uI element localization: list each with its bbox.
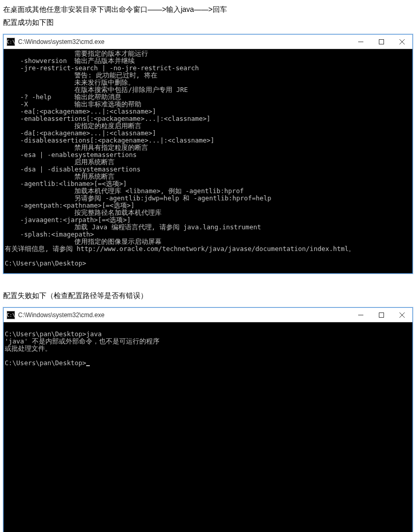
titlebar: C:\ C:\Windows\system32\cmd.exe xyxy=(4,35,412,49)
maximize-icon xyxy=(379,312,384,318)
cmd-window-success: C:\ C:\Windows\system32\cmd.exe 需要指定的版本才… xyxy=(3,34,413,274)
svg-rect-0 xyxy=(379,39,384,44)
window-controls xyxy=(350,308,412,322)
maximize-button[interactable] xyxy=(371,35,392,49)
cmd-icon: C:\ xyxy=(7,38,15,46)
close-icon xyxy=(399,312,405,318)
window-controls xyxy=(350,35,412,49)
maximize-button[interactable] xyxy=(371,308,392,322)
cmd-window-failure: C:\ C:\Windows\system32\cmd.exe C:\Users… xyxy=(3,307,413,532)
minimize-icon xyxy=(358,312,363,318)
close-button[interactable] xyxy=(392,35,412,49)
minimize-button[interactable] xyxy=(350,308,371,322)
window-title: C:\Windows\system32\cmd.exe xyxy=(18,311,104,319)
cmd-icon: C:\ xyxy=(7,311,15,319)
window-title: C:\Windows\system32\cmd.exe xyxy=(18,38,104,45)
terminal-failure-text: C:\Users\pan\Desktop>java 'java' 不是内部或外部… xyxy=(5,330,159,367)
terminal-output-success: 需要指定的版本才能运行 -showversion 输出产品版本并继续 -jre-… xyxy=(4,49,412,273)
caption-failure: 配置失败如下（检查配置路径等是否有错误） xyxy=(3,290,413,301)
titlebar: C:\ C:\Windows\system32\cmd.exe xyxy=(4,308,412,322)
caption-success: 配置成功如下图 xyxy=(3,17,413,28)
intro-line: 在桌面或其他任意非安装目录下调出命令窗口——>输入java——>回车 xyxy=(3,4,413,15)
cursor-icon xyxy=(86,365,90,366)
close-icon xyxy=(399,39,405,44)
close-button[interactable] xyxy=(392,308,412,322)
terminal-output-failure: C:\Users\pan\Desktop>java 'java' 不是内部或外部… xyxy=(4,322,412,532)
minimize-button[interactable] xyxy=(350,35,371,49)
minimize-icon xyxy=(358,39,363,44)
svg-rect-1 xyxy=(379,312,384,317)
maximize-icon xyxy=(379,39,384,44)
